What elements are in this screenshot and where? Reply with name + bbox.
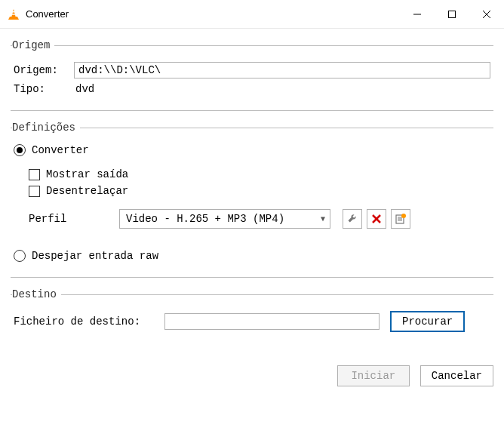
radio-converter-label: Converter [32, 144, 89, 156]
svg-marker-0 [11, 9, 15, 17]
edit-profile-button[interactable] [343, 209, 362, 229]
legend-origem: Origem [12, 39, 54, 51]
wrench-icon [346, 213, 358, 225]
checkbox-show-output-label: Mostrar saída [46, 168, 128, 180]
close-button[interactable] [469, 0, 504, 28]
delete-profile-button[interactable] [367, 209, 386, 229]
checkbox-show-output[interactable]: Mostrar saída [29, 168, 490, 180]
legend-destino: Destino [12, 288, 61, 300]
svg-rect-2 [11, 14, 16, 15]
svg-point-14 [401, 214, 406, 218]
group-definicoes: Definições Converter Mostrar saída Desen… [11, 122, 493, 278]
window-controls [400, 0, 504, 28]
legend-definicoes: Definições [12, 122, 80, 134]
radio-converter[interactable]: Converter [14, 144, 490, 156]
radio-mark-icon [14, 144, 26, 156]
titlebar: Converter [0, 0, 504, 29]
delete-icon [371, 214, 382, 224]
start-button[interactable]: Iniciar [337, 365, 410, 386]
profile-select-value: Video - H.265 + MP3 (MP4) [126, 213, 284, 225]
checkbox-mark-icon [29, 186, 40, 197]
new-profile-button[interactable] [391, 209, 410, 229]
destination-file-input[interactable] [164, 313, 380, 330]
cancel-button-label: Cancelar [432, 370, 482, 382]
source-input[interactable] [74, 62, 490, 78]
window-title: Converter [26, 8, 400, 20]
dialog-footer: Iniciar Cancelar [0, 361, 504, 386]
group-destino: Destino Ficheiro de destino: Procurar [11, 288, 493, 343]
radio-dump-raw-label: Despejar entrada raw [32, 250, 158, 262]
radio-dump-raw[interactable]: Despejar entrada raw [14, 250, 490, 262]
radio-mark-icon [14, 250, 26, 262]
svg-marker-3 [8, 17, 19, 20]
minimize-button[interactable] [400, 0, 435, 28]
start-button-label: Iniciar [351, 370, 395, 382]
new-profile-icon [395, 213, 407, 225]
cancel-button[interactable]: Cancelar [420, 365, 493, 386]
vlc-cone-icon [8, 8, 20, 20]
svg-rect-5 [449, 11, 456, 17]
type-label: Tipo: [14, 83, 74, 95]
destination-file-label: Ficheiro de destino: [14, 315, 164, 328]
checkbox-mark-icon [29, 169, 40, 180]
type-value: dvd [74, 83, 94, 95]
chevron-down-icon: ▼ [321, 215, 325, 223]
profile-select[interactable]: Video - H.265 + MP3 (MP4) ▼ [119, 209, 330, 229]
group-origem: Origem Origem: Tipo: dvd [11, 39, 493, 111]
maximize-button[interactable] [435, 0, 469, 28]
checkbox-deinterlace-label: Desentrelaçar [46, 185, 128, 197]
browse-button-label: Procurar [402, 315, 453, 328]
browse-button[interactable]: Procurar [390, 311, 465, 332]
profile-label: Perfil [29, 213, 119, 225]
svg-rect-1 [12, 11, 15, 13]
source-label: Origem: [14, 64, 74, 76]
checkbox-deinterlace[interactable]: Desentrelaçar [29, 185, 490, 197]
